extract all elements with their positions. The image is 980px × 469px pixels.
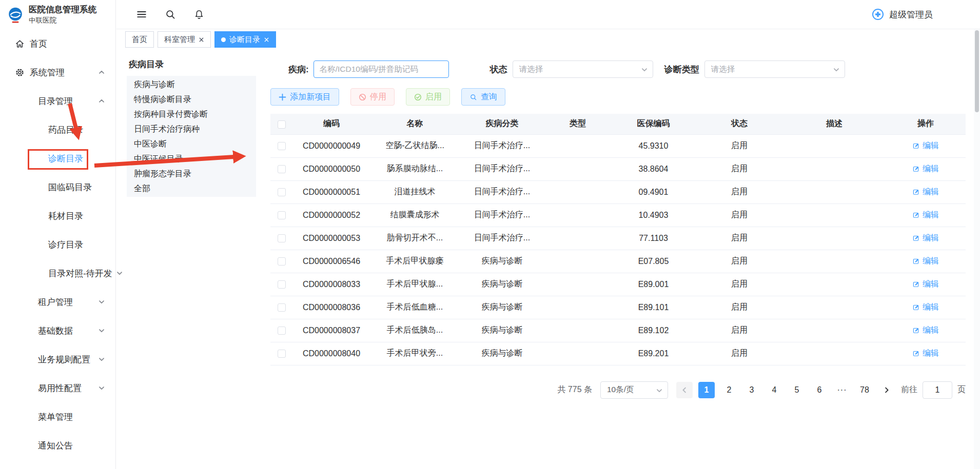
goto-page-input[interactable] <box>923 381 952 399</box>
edit-button[interactable]: 编辑 <box>912 140 939 151</box>
enable-button[interactable]: 启用 <box>406 88 450 106</box>
page-number-button[interactable]: 5 <box>789 382 805 398</box>
edit-button[interactable]: 编辑 <box>912 348 939 359</box>
catalog-list-item[interactable]: 中医证候目录 <box>127 151 256 166</box>
disease-catalog-panel: 疾病目录 疾病与诊断 特慢病诊断目录 按病种目录付费诊断 日间手术治疗病种 中医… <box>127 55 256 469</box>
edit-button[interactable]: 编辑 <box>912 210 939 220</box>
table-row: CD0000008037 手术后低胰岛... 疾病与诊断 E89.102 启用 … <box>270 319 966 342</box>
chevron-down-icon <box>641 66 648 73</box>
total-count: 共 775 条 <box>557 384 592 395</box>
page-number-button[interactable]: 6 <box>811 382 828 398</box>
tab-bar: 首页 科室管理 诊断目录 <box>116 30 980 49</box>
query-button[interactable]: 查询 <box>461 88 505 106</box>
sidebar-item-catalog-mapping[interactable]: 目录对照-待开发 <box>0 259 115 288</box>
add-item-button[interactable]: 添加新项目 <box>270 88 339 106</box>
page-size-select[interactable]: 10条/页 <box>600 381 668 399</box>
bell-icon[interactable] <box>193 9 205 20</box>
page-number-button[interactable]: 1 <box>698 382 715 398</box>
close-icon[interactable] <box>264 37 269 43</box>
row-checkbox[interactable] <box>278 188 286 196</box>
sidebar-item-system-management[interactable]: 系统管理 <box>0 58 115 87</box>
row-checkbox[interactable] <box>278 350 286 358</box>
catalog-list-item[interactable]: 日间手术治疗病种 <box>127 121 256 136</box>
cell-description <box>783 157 886 180</box>
prev-page-button[interactable] <box>676 382 693 398</box>
catalog-list-item[interactable]: 疾病与诊断 <box>127 77 256 92</box>
collapse-menu-icon[interactable] <box>136 9 147 20</box>
tab-home[interactable]: 首页 <box>125 31 154 48</box>
select-all-checkbox[interactable] <box>278 120 286 129</box>
sidebar: 医院信息管理系统 中联医院 首页 系统管理 目录管理 药品目录 诊断目录 <box>0 0 116 469</box>
catalog-list-item[interactable]: 按病种目录付费诊断 <box>127 107 256 121</box>
cell-insurance-code: E89.102 <box>611 319 696 342</box>
sidebar-item-home[interactable]: 首页 <box>0 29 115 58</box>
row-checkbox[interactable] <box>278 211 286 219</box>
chevron-down-icon <box>98 384 105 392</box>
row-checkbox[interactable] <box>278 280 286 289</box>
admin-badge[interactable]: 超级管理员 <box>871 8 933 21</box>
edit-button[interactable]: 编辑 <box>912 233 939 243</box>
cell-description <box>783 227 886 250</box>
diagnosis-type-select[interactable]: 请选择 <box>704 60 845 78</box>
disable-button[interactable]: 停用 <box>350 88 395 106</box>
sidebar-item-notice[interactable]: 通知公告 <box>0 431 115 460</box>
edit-button[interactable]: 编辑 <box>912 256 939 267</box>
close-icon[interactable] <box>199 37 204 43</box>
cell-type <box>544 342 611 365</box>
cell-type <box>544 157 611 180</box>
page-number-button[interactable]: 4 <box>766 382 782 398</box>
pagination-bar: 共 775 条 10条/页 1 2 3 4 <box>270 381 966 399</box>
search-icon[interactable] <box>165 9 176 20</box>
next-page-button[interactable] <box>878 382 895 398</box>
sidebar-item-tenant-management[interactable]: 租户管理 <box>0 288 115 316</box>
sidebar-item-business-rules[interactable]: 业务规则配置 <box>0 345 115 374</box>
page-number-button[interactable]: ··· <box>834 382 850 398</box>
row-checkbox[interactable] <box>278 142 286 150</box>
sidebar-item-menu-management[interactable]: 菜单管理 <box>0 402 115 431</box>
goto-label: 前往 <box>901 384 917 395</box>
chevron-right-icon <box>883 386 890 394</box>
scrollbar-thumb[interactable] <box>975 30 979 112</box>
sidebar-item-consumables-catalog[interactable]: 耗材目录 <box>0 201 115 230</box>
catalog-list-item[interactable]: 中医诊断 <box>127 136 256 151</box>
sidebar-item-drug-catalog[interactable]: 药品目录 <box>0 115 115 144</box>
catalog-list-item[interactable]: 特慢病诊断目录 <box>127 92 256 107</box>
tab-diagnosis-catalog[interactable]: 诊断目录 <box>214 31 276 48</box>
cell-code: CD0000000053 <box>293 227 370 250</box>
disease-search-input[interactable] <box>313 60 449 78</box>
cell-description <box>783 342 886 365</box>
page-number-button[interactable]: 3 <box>743 382 760 398</box>
table-row: CD0000000052 结膜囊成形术 日间手术治疗... 10.4903 启用… <box>270 203 966 227</box>
tab-department-management[interactable]: 科室管理 <box>158 31 211 48</box>
edit-button[interactable]: 编辑 <box>912 187 939 197</box>
sidebar-item-national-code-catalog[interactable]: 国临码目录 <box>0 173 115 201</box>
row-checkbox[interactable] <box>278 303 286 312</box>
row-checkbox[interactable] <box>278 165 286 173</box>
row-checkbox[interactable] <box>278 234 286 242</box>
table-row: CD0000008040 手术后甲状旁... 疾病与诊断 E89.201 启用 … <box>270 342 966 365</box>
edit-button[interactable]: 编辑 <box>912 164 939 174</box>
sidebar-item-treatment-catalog[interactable]: 诊疗目录 <box>0 230 115 259</box>
row-checkbox[interactable] <box>278 257 286 266</box>
page-number-button[interactable]: 78 <box>856 382 873 398</box>
edit-button[interactable]: 编辑 <box>912 325 939 336</box>
edit-button[interactable]: 编辑 <box>912 279 939 290</box>
panel-title: 疾病目录 <box>127 55 256 76</box>
data-table: 编码 名称 疾病分类 类型 医保编码 状态 描述 操作 <box>270 114 966 365</box>
catalog-list-item[interactable]: 肿瘤形态学目录 <box>127 166 256 181</box>
column-header-category: 疾病分类 <box>460 114 544 134</box>
status-select[interactable]: 请选择 <box>513 60 653 78</box>
medical-cross-icon <box>871 8 885 21</box>
catalog-list-item[interactable]: 全部 <box>127 181 256 196</box>
sidebar-item-catalog-management[interactable]: 目录管理 <box>0 87 115 115</box>
sidebar-item-usability-config[interactable]: 易用性配置 <box>0 374 115 402</box>
sidebar-item-diagnosis-catalog[interactable]: 诊断目录 <box>0 144 115 173</box>
scrollbar-track[interactable] <box>974 29 980 469</box>
edit-button[interactable]: 编辑 <box>912 302 939 313</box>
cell-type <box>544 203 611 227</box>
cell-status: 启用 <box>696 342 783 365</box>
page-number-button[interactable]: 2 <box>721 382 737 398</box>
sidebar-item-basic-data[interactable]: 基础数据 <box>0 316 115 345</box>
cell-code: CD0000000049 <box>293 134 370 157</box>
row-checkbox[interactable] <box>278 327 286 335</box>
